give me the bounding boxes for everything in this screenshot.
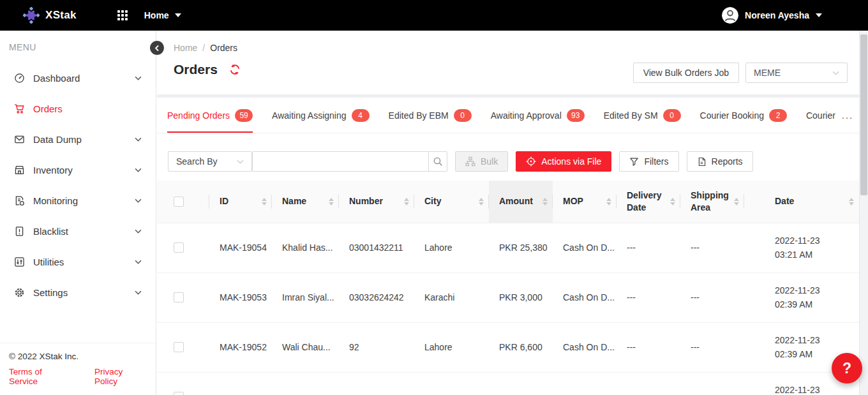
column-header-number[interactable]: Number [339,181,414,223]
reports-button[interactable]: Reports [687,151,753,172]
mail-icon [13,134,25,145]
cell-shipping-area: --- [680,272,744,322]
sidebar-collapse-button[interactable] [150,41,164,55]
column-header-mop[interactable]: MOP [553,181,617,223]
cell-amount [489,372,553,395]
breadcrumb-separator: / [202,43,205,53]
gear-icon [13,287,25,298]
tab-awaiting-approval[interactable]: Awaiting Approval 93 [491,98,585,133]
merchant-select[interactable]: MEME [745,63,848,83]
sort-carets-icon [606,198,611,205]
tab-edited-by-sm[interactable]: Edited By SM 0 [604,98,681,133]
chevron-down-icon [237,160,244,164]
chevron-down-icon [135,168,142,172]
search-button[interactable] [428,152,447,171]
copyright: © 2022 XStak Inc. [9,352,147,361]
chevron-down-icon [832,71,839,75]
cell-mop: Cash On D... [553,322,617,372]
cell-shipping-area: --- [680,223,744,272]
sidebar-item-blacklist[interactable]: Blacklist [0,216,156,246]
sort-carets-icon [404,198,409,205]
orders-card: Pending Orders 59 Awaiting Assigning 4 E… [157,98,859,395]
actions-via-file-button[interactable]: Actions via File [516,151,611,172]
sidebar-item-data-dump[interactable]: Data Dump [0,124,156,154]
privacy-policy-link[interactable]: Privacy Policy [94,367,147,386]
top-navbar: XStak Home Noreen Ayesha [0,0,868,31]
table-row-partial: 2022-11-23 [157,372,859,395]
column-header-name[interactable]: Name [272,181,339,223]
vertical-scrollbar [859,31,868,395]
cell-mop [553,372,617,395]
user-menu[interactable]: Noreen Ayesha [722,7,822,24]
tab-count-badge: 93 [567,109,585,122]
cell-mop: Cash On D... [553,223,617,272]
chevron-down-icon [135,260,142,264]
file-sync-icon [13,195,25,206]
bulk-button[interactable]: Bulk [455,151,508,172]
table-row: MAK-19052 Wali Chau... 92 Lahore PKR 6,6… [157,322,859,372]
sidebar-item-settings[interactable]: Settings [0,277,156,308]
select-all-cell [157,181,209,223]
tab-edited-by-ebm[interactable]: Edited By EBM 0 [389,98,472,133]
brand-logo[interactable]: XStak [23,7,77,24]
apps-grid-icon[interactable] [117,10,128,20]
tabs-overflow-button[interactable]: ... [836,98,859,132]
orders-table: ID Name Number City [157,181,859,395]
breadcrumb-current: Orders [210,43,237,53]
search-input[interactable] [253,152,428,171]
chevron-down-icon [135,198,142,203]
avatar [722,7,738,24]
nav-home-menu[interactable]: Home [144,10,181,20]
refresh-icon[interactable] [229,64,241,75]
column-header-city[interactable]: City [414,181,489,223]
main-content: Home / Orders Orders View Bulk Orders Jo… [157,31,859,395]
sort-carets-icon [542,198,548,205]
tab-awaiting-assigning[interactable]: Awaiting Assigning 4 [272,98,369,133]
row-checkbox[interactable] [174,292,184,302]
row-checkbox[interactable] [174,242,184,253]
cell-mop: Cash On D... [553,272,617,322]
sidebar-item-inventory[interactable]: Inventory [0,154,156,185]
chevron-down-icon [135,290,142,295]
view-bulk-orders-button[interactable]: View Bulk Orders Job [633,63,739,83]
select-all-checkbox[interactable] [174,197,184,207]
column-header-amount[interactable]: Amount [489,181,553,223]
breadcrumb-home[interactable]: Home [174,43,197,53]
cell-number: 03032624242 [339,272,414,322]
sidebar-item-utilities[interactable]: Utilities [0,246,156,277]
sidebar-item-dashboard[interactable]: Dashboard [0,63,156,93]
sidebar-footer: © 2022 XStak Inc. Terms of Service Priva… [0,343,156,395]
cell-city: Karachi [414,272,489,322]
scrollbar-thumb[interactable] [860,34,867,195]
sidebar-item-orders[interactable]: Orders [0,93,156,124]
filters-button[interactable]: Filters [619,151,678,172]
file-exclamation-icon [13,226,25,237]
row-checkbox[interactable] [174,392,184,395]
table-header-row: ID Name Number City [157,181,859,223]
tab-courier-booking[interactable]: Courier Booking 2 [700,98,787,133]
search-by-select[interactable]: Search By [168,151,252,172]
chevron-down-icon [135,229,142,234]
xstak-logo-icon [23,7,40,24]
column-header-id[interactable]: ID [209,181,272,223]
cell-amount: PKR 25,380 [489,223,553,272]
sidebar-item-monitoring[interactable]: Monitoring [0,185,156,216]
terms-of-service-link[interactable]: Terms of Service [9,367,71,386]
column-header-shipping-area[interactable]: Shipping Area [680,181,744,223]
cell-city: Lahore [414,322,489,372]
cell-city: Lahore [414,223,489,272]
page-title: Orders [174,62,218,77]
control-icon [13,257,25,267]
column-header-date[interactable]: Date [744,181,859,223]
row-checkbox[interactable] [174,342,184,352]
sort-carets-icon [734,198,739,205]
tab-count-badge: 4 [352,109,370,122]
column-header-delivery-date[interactable]: Delivery Date [617,181,680,223]
cart-icon [13,103,25,114]
help-button[interactable]: ? [832,353,862,384]
cell-id: MAK-19052 [209,322,272,372]
sort-carets-icon [479,198,484,205]
chevron-left-icon [154,45,161,52]
orders-tab-bar: Pending Orders 59 Awaiting Assigning 4 E… [157,98,859,133]
tab-pending-orders[interactable]: Pending Orders 59 [167,98,253,133]
